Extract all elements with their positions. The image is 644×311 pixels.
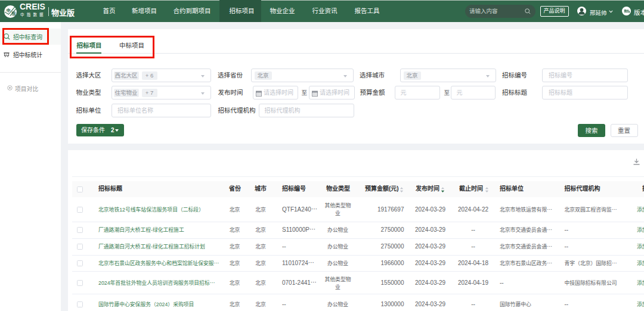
svg-text:中: 中 [6, 8, 10, 13]
svg-text:指: 指 [11, 11, 16, 16]
